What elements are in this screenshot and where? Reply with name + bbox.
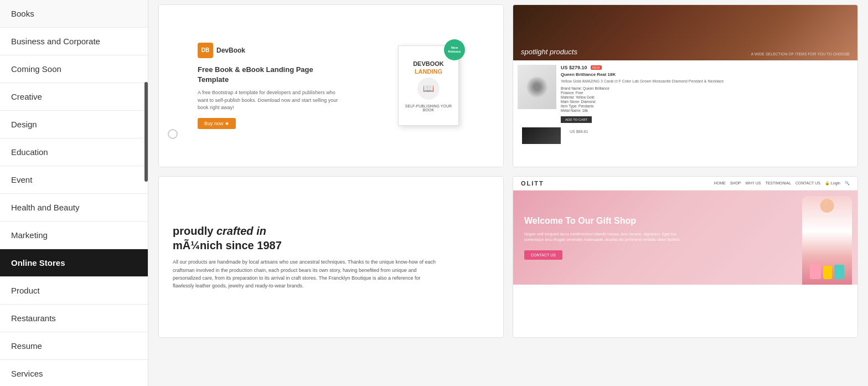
book-icon: 📖 <box>417 78 440 100</box>
sidebar-item-event[interactable]: Event <box>0 166 148 194</box>
shopv2-title: Shop V2 <box>513 167 857 167</box>
giftshop-card[interactable]: OLITT HOME SHOP WHY US TESTIMONIAL CONTA… <box>513 176 858 338</box>
giftshop-hero-desc: Nogue velit torquent lacus condimentum b… <box>524 231 695 243</box>
booksale-title: BookSale Test <box>159 167 503 167</box>
sidebar-item-business-and-corporate[interactable]: Business and Corporate <box>0 28 148 55</box>
shopv2-product-image <box>518 65 556 109</box>
munich-desc: All our products are handmade by local a… <box>173 258 442 290</box>
shopv2-material: Material: Yellow Gold <box>561 95 853 99</box>
card-radio[interactable] <box>168 129 178 139</box>
munich-img-2 <box>273 337 388 338</box>
sidebar-item-education[interactable]: Education <box>0 138 148 166</box>
booksale-logo: DB DevBook <box>198 43 343 58</box>
sidebar-item-books[interactable]: Books <box>0 0 148 28</box>
shopv2-price: US $279.10 <box>561 65 587 70</box>
shopv2-preview: spotlight products A WIDE SELECTION OF I… <box>513 5 857 167</box>
booksale-logo-text: DevBook <box>216 47 245 54</box>
shopv2-main-stone: Main Stone: Diamond <box>561 100 853 104</box>
sidebar-item-health-and-beauty[interactable]: Health and Beauty <box>0 194 148 222</box>
giftshop-preview: OLITT HOME SHOP WHY US TESTIMONIAL CONTA… <box>513 177 857 338</box>
bag-3 <box>834 265 844 279</box>
row-2: proudly crafted in mÃ¼nich since 1987 Al… <box>148 172 868 343</box>
munich-preview: proudly crafted in mÃ¼nich since 1987 Al… <box>159 177 503 338</box>
shopv2-card[interactable]: spotlight products A WIDE SELECTION OF I… <box>513 4 858 167</box>
shopv2-product-desc: Yellow Gold AMAZING 3 Carat ct F Color L… <box>561 79 853 84</box>
giftshop-figure-head <box>820 199 834 213</box>
scrollbar-thumb[interactable] <box>144 82 148 182</box>
shopv2-product-name: Queen Brilliance Real 18K <box>561 72 853 77</box>
new-release-badge: NewRelease <box>444 39 465 60</box>
main-content: DB DevBook Free Book & eBook Landing Pag… <box>148 0 868 386</box>
munich-heading: proudly crafted in mÃ¼nich since 1987 <box>173 224 489 253</box>
sidebar: Books Business and Corporate Coming Soon… <box>0 0 148 386</box>
booksale-heading: Free Book & eBook Landing Page Template <box>198 65 343 85</box>
shopv2-add-to-cart[interactable]: ADD TO CART <box>561 116 592 123</box>
munich-img-1 <box>159 337 273 338</box>
shopv2-hero: spotlight products A WIDE SELECTION OF I… <box>513 5 857 60</box>
sidebar-item-resume[interactable]: Resume <box>0 332 148 360</box>
sidebar-item-creative[interactable]: Creative <box>0 83 148 111</box>
giftshop-nav-links: HOME SHOP WHY US TESTIMONIAL CONTACT US … <box>714 181 850 186</box>
booksale-left: DB DevBook Free Book & eBook Landing Pag… <box>198 43 343 129</box>
booksale-right: NewRelease DEVBOOK LANDING 📖 SELF-PUBLIS… <box>398 45 464 126</box>
booksale-preview: DB DevBook Free Book & eBook Landing Pag… <box>159 5 503 167</box>
giftshop-hero-content: Welcome To Our Gift Shop Nogue velit tor… <box>524 215 834 260</box>
bag-1 <box>810 264 821 279</box>
sidebar-item-coming-soon[interactable]: Coming Soon <box>0 55 148 83</box>
shopv2-item-type: Item Type: Pendants <box>561 104 853 108</box>
shopv2-hero-sub: A WIDE SELECTION OF ITEMS FOR YOU TO CHO… <box>751 52 850 56</box>
book-title-sub: LANDING <box>415 68 442 75</box>
row-1: DB DevBook Free Book & eBook Landing Pag… <box>148 0 868 172</box>
giftshop-nav: OLITT HOME SHOP WHY US TESTIMONIAL CONTA… <box>513 177 857 191</box>
shopv2-hero-text: spotlight products <box>521 48 577 56</box>
munich-card[interactable]: proudly crafted in mÃ¼nich since 1987 Al… <box>158 176 504 338</box>
giftshop-hero: Welcome To Our Gift Shop Nogue velit tor… <box>513 191 857 285</box>
sidebar-item-services[interactable]: Services <box>0 360 148 386</box>
munich-img-3 <box>389 337 503 338</box>
shopv2-metal-name: Metal Name: 18k <box>561 109 853 112</box>
sidebar-item-design[interactable]: Design <box>0 111 148 138</box>
munich-bottom-images <box>159 337 503 338</box>
book-title-main: DEVBOOK <box>413 60 444 68</box>
shopv2-badge: NEW <box>591 65 602 70</box>
book-subtitle: SELF-PUBLISHING YOUR BOOK <box>404 104 453 112</box>
giftshop-contact-button[interactable]: CONTACT US <box>524 250 562 260</box>
shopv2-brand: Brand Name: Queen Brilliance <box>561 86 853 90</box>
shopv2-product: US $279.10 NEW Queen Brilliance Real 18K… <box>513 60 857 127</box>
booksale-buy-button[interactable]: Buy now ★ <box>198 118 236 129</box>
giftshop-hero-title: Welcome To Our Gift Shop <box>524 215 834 227</box>
shopv2-price-line: US $279.10 NEW <box>561 65 853 70</box>
shopv2-product-info: US $279.10 NEW Queen Brilliance Real 18K… <box>561 65 853 123</box>
sidebar-item-online-stores[interactable]: Online Stores <box>0 249 148 277</box>
booksale-card[interactable]: DB DevBook Free Book & eBook Landing Pag… <box>158 4 504 167</box>
giftshop-bags <box>810 264 844 279</box>
bag-2 <box>823 266 832 279</box>
giftshop-logo: OLITT <box>521 180 544 187</box>
devbook-logo-icon: DB <box>198 43 213 58</box>
shopv2-bottom-image <box>522 127 561 144</box>
shopv2-finance: Finance: Free <box>561 91 853 95</box>
shopv2-bottom-price: US $68.81 <box>565 127 853 144</box>
sidebar-item-product[interactable]: Product <box>0 277 148 305</box>
book-cover: NewRelease DEVBOOK LANDING 📖 SELF-PUBLIS… <box>398 45 459 126</box>
giftshop-title: Gift Shop Template <box>513 337 857 338</box>
booksale-desc: A free Bootstrap 4 template for develope… <box>198 89 343 112</box>
sidebar-item-restaurants[interactable]: Restaurants <box>0 305 148 332</box>
sidebar-item-marketing[interactable]: Marketing <box>0 222 148 249</box>
